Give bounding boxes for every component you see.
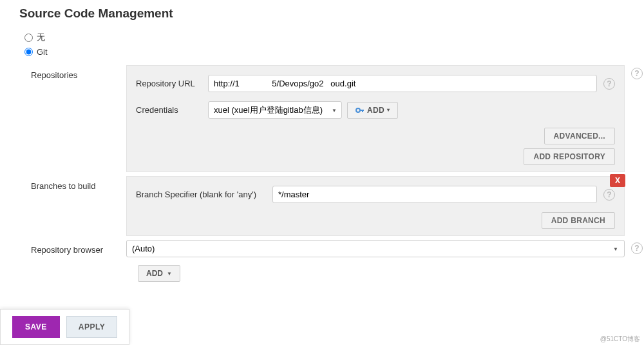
add-behaviour-button[interactable]: ADD ▼ bbox=[138, 265, 180, 282]
credentials-label: Credentials bbox=[136, 105, 208, 115]
scm-label-git: Git bbox=[37, 47, 48, 57]
svg-point-0 bbox=[356, 108, 360, 112]
repo-browser-label: Repository browser bbox=[31, 240, 126, 255]
branches-label: Branches to build bbox=[31, 176, 126, 191]
repository-url-input[interactable] bbox=[208, 75, 597, 92]
scm-option-none[interactable]: 无 bbox=[19, 30, 625, 45]
repo-browser-select[interactable]: (Auto) bbox=[126, 240, 625, 257]
caret-down-icon: ▼ bbox=[167, 271, 172, 277]
add-behaviour-label: ADD bbox=[146, 269, 163, 278]
watermark: @51CTO博客 bbox=[600, 335, 640, 344]
help-icon[interactable]: ? bbox=[603, 78, 615, 90]
caret-down-icon: ▾ bbox=[387, 107, 390, 113]
save-button[interactable]: SAVE bbox=[12, 316, 60, 338]
apply-button[interactable]: APPLY bbox=[66, 316, 117, 338]
add-branch-button[interactable]: ADD BRANCH bbox=[542, 212, 615, 229]
repositories-label: Repositories bbox=[31, 65, 126, 80]
help-icon[interactable]: ? bbox=[603, 189, 615, 201]
credentials-select[interactable]: xuel (xuel用户登陆gitlab信息) bbox=[208, 101, 342, 119]
advanced-button[interactable]: ADVANCED... bbox=[544, 128, 615, 144]
add-credentials-button[interactable]: ADD ▾ bbox=[347, 102, 398, 119]
repository-url-label: Repository URL bbox=[136, 79, 208, 88]
key-icon bbox=[355, 106, 365, 114]
add-repository-button[interactable]: ADD REPOSITORY bbox=[524, 148, 615, 165]
scm-label-none: 无 bbox=[37, 32, 45, 43]
scm-option-git[interactable]: Git bbox=[19, 45, 625, 59]
scm-radio-git[interactable] bbox=[24, 48, 33, 56]
scm-radio-none[interactable] bbox=[24, 34, 33, 42]
help-icon[interactable]: ? bbox=[631, 68, 643, 79]
branches-panel: X Branch Specifier (blank for 'any') ? A… bbox=[126, 176, 625, 236]
repositories-panel: Repository URL ? Credentials xuel (xuel用… bbox=[126, 65, 625, 172]
add-credentials-label: ADD bbox=[367, 106, 384, 115]
branch-specifier-label: Branch Specifier (blank for 'any') bbox=[136, 190, 272, 199]
footer-bar: SAVE APPLY bbox=[0, 309, 129, 345]
delete-branch-button[interactable]: X bbox=[610, 174, 625, 187]
help-icon[interactable]: ? bbox=[631, 242, 643, 254]
page-title: Source Code Management bbox=[0, 0, 644, 30]
branch-specifier-input[interactable] bbox=[272, 186, 597, 203]
